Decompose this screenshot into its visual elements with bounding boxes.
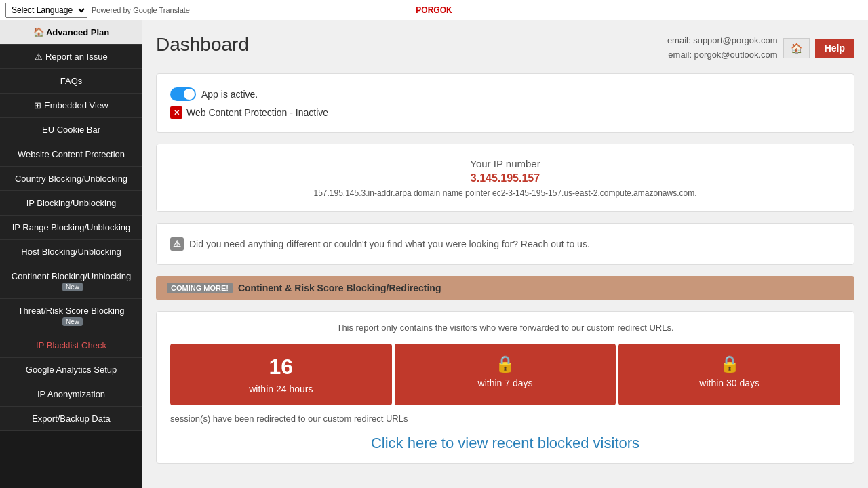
sidebar-label: EU Cookie Bar — [42, 125, 100, 135]
lock-icon-7d: 🔒 — [400, 354, 611, 373]
stats-note: This report only contains the visitors w… — [170, 323, 840, 333]
web-content-protection-text: Web Content Protection - Inactive — [186, 107, 328, 118]
powered-by-text: Powered by Google Translate — [92, 6, 190, 14]
header-right: email: support@porgok.com email: porgok@… — [667, 34, 854, 62]
sidebar-item-country-blocking[interactable]: Country Blocking/Unblocking — [0, 167, 142, 191]
sidebar-item-threat-risk-blocking[interactable]: Threat/Risk Score Blocking New — [0, 299, 142, 333]
sidebar-label: IP Blacklist Check — [36, 340, 106, 350]
help-button[interactable]: Help — [815, 39, 854, 58]
sidebar-item-export-backup[interactable]: Export/Backup Data — [0, 407, 142, 431]
ip-label: Your IP number — [170, 158, 840, 169]
warning-icon: ⚠ — [35, 52, 43, 62]
email-info: email: support@porgok.com email: porgok@… — [667, 34, 778, 62]
stat-box-30d: 🔒 within 30 days — [618, 344, 840, 405]
sidebar-item-ip-blacklist-check[interactable]: IP Blacklist Check — [0, 333, 142, 358]
sidebar-label: IP Range Blocking/Unblocking — [12, 222, 131, 232]
sidebar-label: Threat/Risk Score Blocking — [18, 306, 125, 316]
stat-number-24h: 16 — [176, 354, 387, 380]
session-text: session(s) have been redirected to our c… — [170, 413, 840, 424]
app-toggle[interactable] — [170, 87, 196, 101]
sidebar-item-google-analytics-setup[interactable]: Google Analytics Setup — [0, 358, 142, 382]
sidebar-label: FAQs — [60, 76, 83, 86]
sidebar-item-ip-blocking[interactable]: IP Blocking/Unblocking — [0, 191, 142, 216]
sidebar-item-embedded-view[interactable]: ⊞ Embedded View — [0, 94, 142, 118]
page-title: Dashboard — [156, 34, 249, 56]
lock-icon-30d: 🔒 — [624, 354, 835, 373]
top-bar: Select Language Powered by Google Transl… — [0, 0, 868, 20]
app-active-row: App is active. — [170, 87, 840, 101]
sidebar-label: IP Anonymization — [37, 389, 105, 399]
sidebar-item-ip-range-blocking[interactable]: IP Range Blocking/Unblocking — [0, 216, 142, 240]
sidebar-label: Export/Backup Data — [32, 413, 111, 424]
main-content: Dashboard email: support@porgok.com emai… — [142, 20, 868, 488]
email2: email: porgok@outlook.com — [667, 48, 778, 62]
sidebar-item-host-blocking[interactable]: Host Blocking/Unblocking — [0, 240, 142, 264]
web-content-protection-row: ✕ Web Content Protection - Inactive — [170, 106, 840, 119]
sidebar-label: Website Content Protection — [18, 149, 125, 159]
stat-box-7d: 🔒 within 7 days — [395, 344, 616, 405]
sidebar-label: Continent Blocking/Unblocking — [12, 271, 131, 281]
site-logo: PORGOK — [416, 5, 452, 15]
stats-row: 16 within 24 hours 🔒 within 7 days 🔒 wit… — [170, 344, 840, 405]
coming-more-text: Continent & Risk Score Blocking/Redirect… — [238, 283, 441, 293]
alert-icon: ⚠ — [170, 237, 184, 251]
email1: email: support@porgok.com — [667, 34, 778, 48]
sidebar-item-faqs[interactable]: FAQs — [0, 69, 142, 94]
x-icon: ✕ — [170, 106, 182, 119]
ip-domain: 157.195.145.3.in-addr.arpa domain name p… — [170, 188, 840, 198]
home-button[interactable]: 🏠 — [783, 38, 810, 58]
sidebar-item-ip-anonymization[interactable]: IP Anonymization — [0, 382, 142, 407]
main-header: Dashboard email: support@porgok.com emai… — [156, 34, 854, 62]
sidebar-label: Report an Issue — [45, 52, 108, 62]
sidebar-label: Advanced Plan — [46, 27, 109, 37]
coming-more-badge: COMING MORE! — [167, 283, 233, 293]
stats-card: This report only contains the visitors w… — [156, 311, 854, 464]
app-active-text: App is active. — [201, 89, 258, 100]
ip-card: Your IP number 3.145.195.157 157.195.145… — [156, 144, 854, 212]
sidebar-item-report-issue[interactable]: ⚠ Report an Issue — [0, 45, 142, 69]
sidebar-label: Google Analytics Setup — [26, 365, 117, 375]
new-badge: New — [62, 283, 83, 291]
language-select[interactable]: Select Language — [5, 3, 87, 18]
sidebar-item-website-content-protection[interactable]: Website Content Protection — [0, 142, 142, 167]
grid-icon: ⊞ — [34, 100, 41, 110]
sidebar-item-eu-cookie-bar[interactable]: EU Cookie Bar — [0, 118, 142, 142]
home-icon: 🏠 — [33, 27, 44, 37]
ip-number: 3.145.195.157 — [170, 172, 840, 184]
stat-label-30d: within 30 days — [624, 378, 835, 388]
sidebar-label: Country Blocking/Unblocking — [15, 174, 127, 184]
stat-box-24h: 16 within 24 hours — [170, 344, 392, 405]
new-badge: New — [62, 317, 83, 326]
app-status-card: App is active. ✕ Web Content Protection … — [156, 73, 854, 133]
info-text: Did you need anything different or could… — [189, 239, 590, 249]
sidebar-item-advanced-plan[interactable]: 🏠 Advanced Plan — [0, 20, 142, 45]
sidebar: 🏠 Advanced Plan ⚠ Report an Issue FAQs ⊞… — [0, 20, 142, 488]
sidebar-label: Host Blocking/Unblocking — [21, 247, 121, 257]
stat-label-24h: within 24 hours — [176, 384, 387, 394]
app-layout: 🏠 Advanced Plan ⚠ Report an Issue FAQs ⊞… — [0, 20, 868, 488]
sidebar-label: IP Blocking/Unblocking — [26, 198, 117, 208]
stat-label-7d: within 7 days — [400, 378, 611, 388]
sidebar-item-continent-blocking[interactable]: Continent Blocking/Unblocking New — [0, 264, 142, 299]
sidebar-label: Embedded View — [44, 100, 108, 110]
coming-more-banner: COMING MORE! Continent & Risk Score Bloc… — [156, 276, 854, 300]
info-card: ⚠ Did you need anything different or cou… — [156, 223, 854, 265]
view-blocked-visitors-link[interactable]: Click here to view recent blocked visito… — [170, 434, 840, 452]
